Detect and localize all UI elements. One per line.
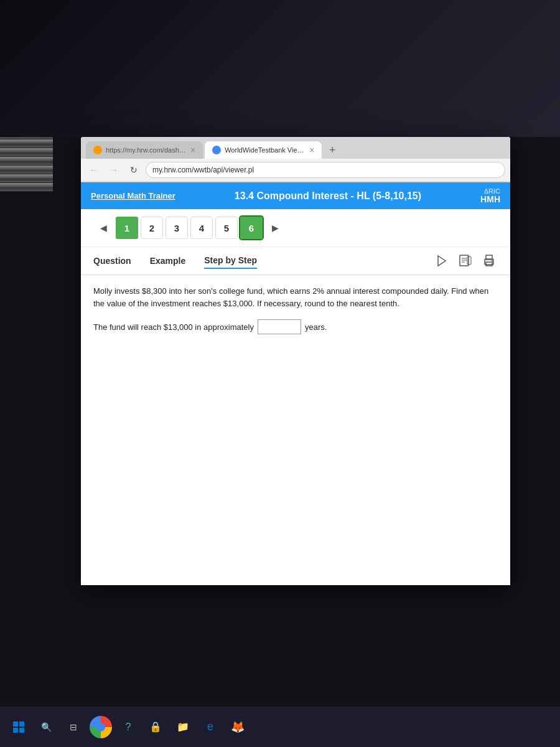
answer-line: The fund will reach $13,000 in approxima…	[93, 319, 498, 334]
print-button[interactable]	[480, 252, 498, 270]
answer-prefix: The fund will reach $13,000 in approxima…	[93, 322, 254, 332]
address-input[interactable]	[146, 162, 505, 178]
svg-rect-12	[13, 728, 18, 733]
tab-1-close[interactable]: ×	[190, 145, 195, 155]
question-4-label: 4	[199, 223, 204, 233]
question-6-label: 6	[249, 223, 254, 233]
app-bar-main-title: 13.4 Compound Interest - HL (5-8,10,15)	[175, 190, 480, 202]
taskbar-folder-button[interactable]: 📁	[172, 716, 194, 738]
svg-rect-13	[19, 728, 24, 733]
app-bar-small-title[interactable]: Personal Math Trainer	[91, 191, 175, 200]
print-icon	[482, 254, 496, 268]
taskbar: 🔍 ⊟ ? 🔒 📁 e 🦊	[0, 707, 560, 747]
taskbar-browser2-button[interactable]: 🦊	[226, 716, 249, 738]
question-5-label: 5	[224, 223, 229, 233]
tab-1[interactable]: https://my.hrw.com/dashboard/... ×	[86, 141, 203, 159]
tab-step-by-step[interactable]: Step by Step	[204, 253, 257, 269]
back-button[interactable]: ←	[86, 162, 102, 178]
tab-2-label: WorldWideTestbank Viewer	[225, 146, 306, 154]
new-tab-button[interactable]: +	[324, 141, 341, 159]
tab-2[interactable]: WorldWideTestbank Viewer ×	[204, 141, 322, 159]
page-content: ◀ 1 2 3 4 5 6	[81, 209, 510, 585]
windows-start-button[interactable]	[7, 716, 30, 738]
address-bar: ← → ↻	[81, 159, 510, 182]
taskbar-taskview-button[interactable]: ⊟	[62, 716, 85, 738]
taskbar-chrome-button[interactable]	[90, 716, 112, 738]
taskbar-edge-button[interactable]: e	[199, 716, 222, 738]
question-2-button[interactable]: 2	[141, 217, 163, 239]
browser-chrome: https://my.hrw.com/dashboard/... × World…	[81, 137, 510, 182]
browser-window: https://my.hrw.com/dashboard/... × World…	[81, 137, 510, 585]
hmh-logo: ∆RIC HMH	[480, 187, 500, 204]
question-3-label: 3	[174, 223, 179, 233]
question-body: Molly invests $8,300 into her son's coll…	[93, 285, 498, 309]
notes-button[interactable]	[457, 252, 474, 270]
tab-2-close[interactable]: ×	[309, 145, 314, 155]
number-navigation: ◀ 1 2 3 4 5 6	[81, 209, 510, 247]
tab-1-favicon	[93, 146, 102, 154]
notes-icon	[459, 255, 472, 267]
taskbar-help-button[interactable]: ?	[117, 716, 139, 738]
tab-question[interactable]: Question	[93, 253, 131, 268]
question-1-button[interactable]: 1	[116, 217, 138, 239]
tab-2-favicon	[212, 146, 221, 154]
answer-input[interactable]	[258, 319, 301, 334]
forward-button[interactable]: →	[106, 162, 122, 178]
prev-question-button[interactable]: ◀	[93, 218, 113, 238]
prev-arrow-icon: ◀	[100, 223, 107, 233]
next-arrow-icon: ▶	[272, 223, 279, 233]
play-icon	[436, 255, 448, 267]
tab-1-label: https://my.hrw.com/dashboard/...	[106, 146, 187, 154]
taskbar-lock-button[interactable]: 🔒	[144, 716, 167, 738]
tab-bar: https://my.hrw.com/dashboard/... × World…	[81, 137, 510, 159]
question-1-label: 1	[124, 223, 129, 233]
svg-rect-11	[19, 721, 24, 726]
question-6-button[interactable]: 6	[240, 217, 263, 239]
question-5-button[interactable]: 5	[215, 217, 238, 239]
svg-point-9	[492, 260, 493, 261]
question-4-button[interactable]: 4	[190, 217, 213, 239]
svg-rect-8	[486, 262, 492, 266]
tab-example[interactable]: Example	[150, 253, 186, 268]
question-3-button[interactable]: 3	[166, 217, 188, 239]
question-2-label: 2	[149, 223, 154, 233]
app-bar: Personal Math Trainer 13.4 Compound Inte…	[81, 182, 510, 209]
top-dark-area	[0, 0, 560, 137]
taskbar-search-button[interactable]: 🔍	[35, 716, 57, 738]
question-section: Molly invests $8,300 into her son's coll…	[81, 275, 510, 344]
svg-rect-10	[13, 721, 18, 726]
answer-suffix: years.	[305, 322, 327, 332]
hmh-logo-line2: HMH	[480, 195, 500, 204]
svg-rect-5	[467, 256, 471, 265]
next-question-button[interactable]: ▶	[265, 218, 285, 238]
tool-icons	[433, 252, 498, 270]
play-button[interactable]	[433, 252, 450, 270]
svg-marker-0	[438, 256, 446, 266]
content-tabs-bar: Question Example Step by Step	[81, 247, 510, 275]
refresh-button[interactable]: ↻	[126, 162, 142, 178]
windows-icon	[12, 721, 25, 733]
